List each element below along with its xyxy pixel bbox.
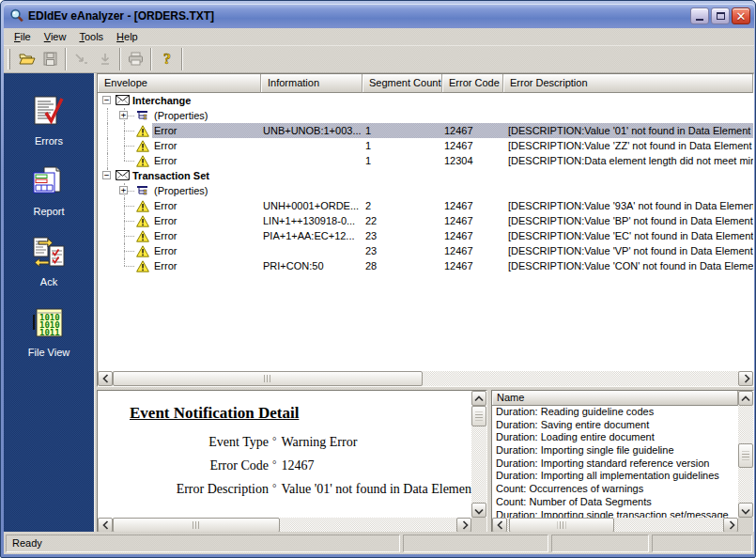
- menu-tools[interactable]: Tools: [72, 29, 110, 45]
- results-vertical-scrollbar[interactable]: [738, 391, 753, 518]
- list-item[interactable]: Count: Occurrences of warnings: [492, 483, 738, 496]
- scroll-up-button[interactable]: [471, 391, 486, 406]
- list-item[interactable]: Count: Number of Data Segments: [492, 496, 738, 509]
- tree-row-error[interactable]: ErrorUNB+UNOB:1+003...112467[DESCRIPTION…: [98, 123, 753, 138]
- tree-row-error[interactable]: Error2312467[DESCRIPTION:Value 'VP' not …: [98, 243, 753, 258]
- detail-horizontal-scrollbar[interactable]: [98, 518, 471, 533]
- tree-row-properties[interactable]: +(Properties): [98, 108, 753, 123]
- print-button[interactable]: [124, 48, 147, 71]
- tree-cell-information: PRI+CON:50: [263, 259, 361, 272]
- results-hscroll-thumb[interactable]: [509, 518, 614, 533]
- menu-help[interactable]: Help: [110, 29, 145, 45]
- minimize-button[interactable]: [690, 8, 709, 24]
- sidebar-item-report[interactable]: Report: [31, 164, 67, 217]
- goto-last-error-button[interactable]: [93, 48, 116, 71]
- scroll-right-button[interactable]: [456, 518, 471, 533]
- tree-expand-toggle[interactable]: +: [119, 186, 128, 194]
- list-item[interactable]: Duration: Saving entire document: [492, 419, 738, 432]
- menu-view[interactable]: View: [38, 29, 73, 45]
- tree-row-error[interactable]: ErrorLIN+1++130918-0...2212467[DESCRIPTI…: [98, 213, 753, 228]
- error-tree-pane: EnvelopeInformationSegment CountError Co…: [97, 73, 754, 387]
- properties-icon: [136, 185, 148, 197]
- list-item[interactable]: Duration: Importing single transaction s…: [492, 509, 738, 519]
- warning-icon: [136, 215, 149, 229]
- toolbar-gripper[interactable]: [8, 49, 10, 70]
- column-header-envelope[interactable]: Envelope: [98, 74, 261, 93]
- print-icon: [128, 52, 144, 68]
- detail-field-separator: °: [272, 482, 276, 493]
- sidebar-item-errors[interactable]: Errors: [31, 94, 67, 147]
- maximize-button[interactable]: [711, 8, 730, 24]
- results-vscroll-thumb[interactable]: [738, 443, 753, 468]
- scroll-left-button[interactable]: [492, 518, 507, 533]
- tree-cell-error-description: [DESCRIPTION:Value '01' not found in Dat…: [508, 124, 753, 137]
- menu-file[interactable]: File: [8, 29, 38, 45]
- scroll-left-button[interactable]: [98, 518, 113, 533]
- detail-vscroll-track[interactable]: [471, 406, 486, 503]
- column-header-information[interactable]: Information: [261, 74, 363, 93]
- results-hscroll-track[interactable]: [507, 518, 723, 533]
- detail-field-label: Error Description: [98, 482, 269, 497]
- column-header-error-description[interactable]: Error Description: [503, 74, 753, 93]
- sidebar-item-file-view[interactable]: 101010101011File View: [28, 305, 69, 358]
- tree-scroll-track[interactable]: [113, 371, 738, 386]
- detail-field-value: Warning Error: [281, 435, 357, 449]
- scroll-right-button[interactable]: [723, 518, 738, 533]
- results-vscroll-track[interactable]: [738, 406, 753, 503]
- help-button[interactable]: ?: [155, 48, 178, 71]
- tree-cell-envelope: Error: [154, 259, 177, 272]
- title-bar[interactable]: EDIdEv eAnalyzer - [ORDERS.TXT] ✕: [4, 4, 754, 28]
- open-file-button[interactable]: [15, 48, 39, 71]
- sidebar-item-ack[interactable]: Ack: [31, 235, 67, 287]
- column-header-error-code[interactable]: Error Code: [442, 74, 503, 93]
- tree-row-interchange[interactable]: −Interchange: [98, 93, 753, 108]
- tree-expand-toggle[interactable]: −: [102, 171, 111, 179]
- tree-horizontal-scrollbar[interactable]: [98, 371, 753, 386]
- tree-cell-error-code: 12467: [444, 124, 473, 137]
- list-item[interactable]: Duration: Importing single file guidelin…: [492, 444, 738, 457]
- results-column-header[interactable]: Name: [492, 391, 738, 406]
- tree-row-error[interactable]: ErrorPIA+1+AA:EC+12...2312467[DESCRIPTIO…: [98, 228, 753, 243]
- detail-fields: Event Type°Warning ErrorError Code°12467…: [98, 435, 471, 497]
- scroll-right-button[interactable]: [738, 371, 753, 386]
- detail-vscroll-thumb[interactable]: [471, 406, 486, 426]
- list-item[interactable]: Duration: Importing standard reference v…: [492, 457, 738, 471]
- column-header-segment-count[interactable]: Segment Count: [363, 74, 442, 93]
- detail-hscroll-thumb[interactable]: [113, 518, 280, 533]
- tree-cell-error-description: [DESCRIPTION:Value 'BP' not found in Dat…: [508, 214, 753, 227]
- tree-scroll-thumb[interactable]: [113, 371, 423, 386]
- goto-next-error-button[interactable]: [69, 48, 93, 71]
- tree-row-error[interactable]: Error112304[DESCRIPTION:Data element len…: [98, 153, 753, 168]
- list-item[interactable]: Duration: Reading guideline codes: [492, 406, 738, 419]
- tree-row-transaction-set[interactable]: −Transaction Set: [98, 168, 753, 183]
- save-button[interactable]: [39, 48, 62, 71]
- tree-cell-segment-count: 23: [365, 229, 377, 242]
- toolbar-separator: [150, 48, 152, 70]
- detail-vertical-scrollbar[interactable]: [471, 391, 486, 518]
- tree-row-properties[interactable]: +(Properties): [98, 183, 753, 198]
- tree-row-error[interactable]: ErrorUNH+0001+ORDE...212467[DESCRIPTION:…: [98, 198, 753, 213]
- close-button[interactable]: ✕: [732, 8, 750, 24]
- tree-row-error[interactable]: ErrorPRI+CON:502812467[DESCRIPTION:Value…: [98, 258, 753, 273]
- scroll-up-button[interactable]: [738, 391, 753, 406]
- magnifier-icon: [9, 8, 24, 23]
- workspace: EnvelopeInformationSegment CountError Co…: [97, 73, 754, 534]
- tree-cell-error-description: [DESCRIPTION:Value 'EC' not found in Dat…: [508, 229, 753, 242]
- scroll-left-button[interactable]: [98, 371, 113, 386]
- detail-field-value: Value '01' not found in Data Element '0: [281, 482, 471, 496]
- tree-expand-toggle[interactable]: −: [102, 96, 111, 104]
- scroll-down-button[interactable]: [471, 503, 486, 518]
- tree-cell-envelope: Interchange: [132, 94, 191, 107]
- list-item[interactable]: Duration: Loading entire document: [492, 431, 738, 444]
- scroll-down-button[interactable]: [738, 503, 753, 518]
- list-item[interactable]: Duration: Importing all implementation g…: [492, 470, 738, 483]
- detail-hscroll-track[interactable]: [113, 518, 456, 533]
- detail-field-value: 12467: [281, 458, 314, 473]
- tree-expand-toggle[interactable]: +: [119, 111, 128, 119]
- tree-row-error[interactable]: Error112467[DESCRIPTION:Value 'ZZ' not f…: [98, 138, 753, 153]
- tree-cell-error-code: 12467: [444, 244, 473, 257]
- results-horizontal-scrollbar[interactable]: [492, 518, 738, 533]
- errors-icon: [31, 94, 67, 132]
- tree-cell-envelope: Error: [154, 139, 177, 152]
- toolbar: ?: [4, 45, 754, 73]
